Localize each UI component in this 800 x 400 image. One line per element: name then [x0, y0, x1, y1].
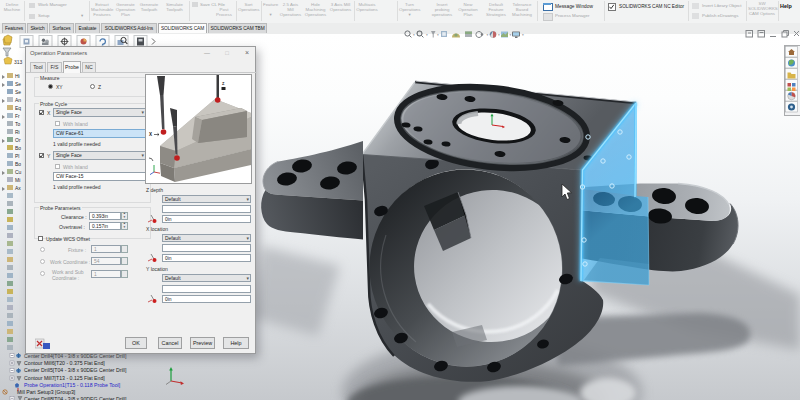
svg-text:Bo: Bo: [15, 161, 21, 167]
svg-text:Eq: Eq: [15, 105, 21, 111]
svg-text:313: 313: [14, 59, 23, 65]
svg-text:X: X: [149, 132, 152, 137]
svg-text:Bo: Bo: [15, 145, 21, 151]
svg-text:Cu: Cu: [15, 169, 22, 175]
svg-text:▾: ▾: [487, 33, 489, 37]
svg-text:▾: ▾: [498, 33, 500, 37]
svg-text:Z: Z: [222, 81, 225, 86]
svg-text:▾: ▾: [522, 33, 524, 37]
svg-text:Se: Se: [15, 89, 21, 95]
svg-text:▾: ▾: [426, 33, 428, 37]
svg-text:Or: Or: [15, 137, 21, 143]
svg-text:Ri: Ri: [15, 129, 20, 135]
svg-text:An: An: [15, 97, 21, 103]
svg-text:▾: ▾: [413, 33, 415, 37]
svg-text:▾: ▾: [437, 33, 439, 37]
svg-text:To: To: [15, 121, 21, 127]
svg-text:Mi: Mi: [15, 177, 20, 183]
svg-text:▾: ▾: [510, 33, 512, 37]
svg-text:Hi: Hi: [15, 73, 20, 79]
svg-text:Se: Se: [15, 81, 21, 87]
svg-text:Ax: Ax: [15, 185, 21, 191]
svg-text:Fr: Fr: [15, 113, 20, 119]
svg-text:Pl: Pl: [15, 153, 19, 159]
